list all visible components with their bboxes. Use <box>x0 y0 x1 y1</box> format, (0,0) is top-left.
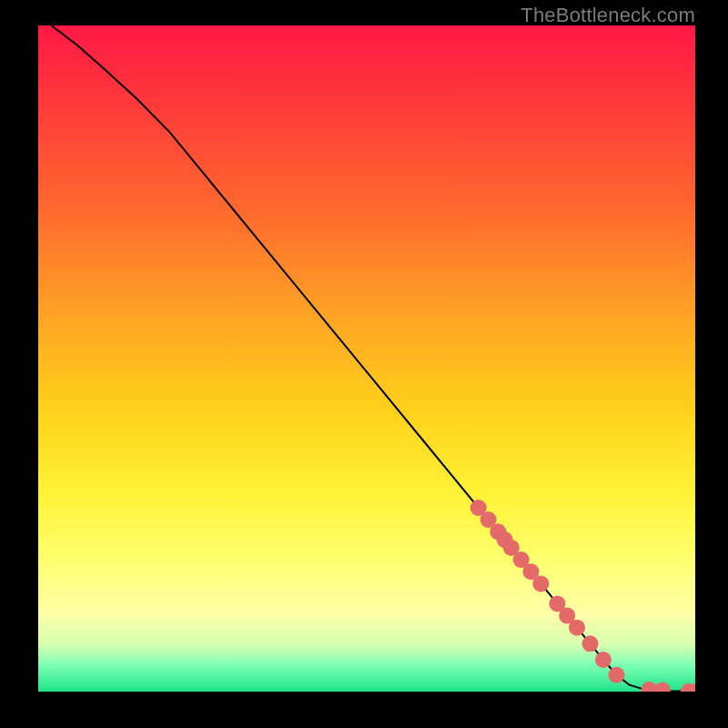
data-marker <box>569 620 585 636</box>
data-marker <box>532 575 549 592</box>
plot-area <box>38 25 695 692</box>
chart-svg <box>38 25 695 692</box>
data-marker <box>654 682 671 693</box>
data-marker <box>608 667 624 683</box>
watermark-text: TheBottleneck.com <box>521 4 695 27</box>
chart-frame: TheBottleneck.com <box>0 0 728 728</box>
curve-line <box>51 25 695 692</box>
data-marker <box>595 652 612 668</box>
data-marker <box>582 635 599 652</box>
